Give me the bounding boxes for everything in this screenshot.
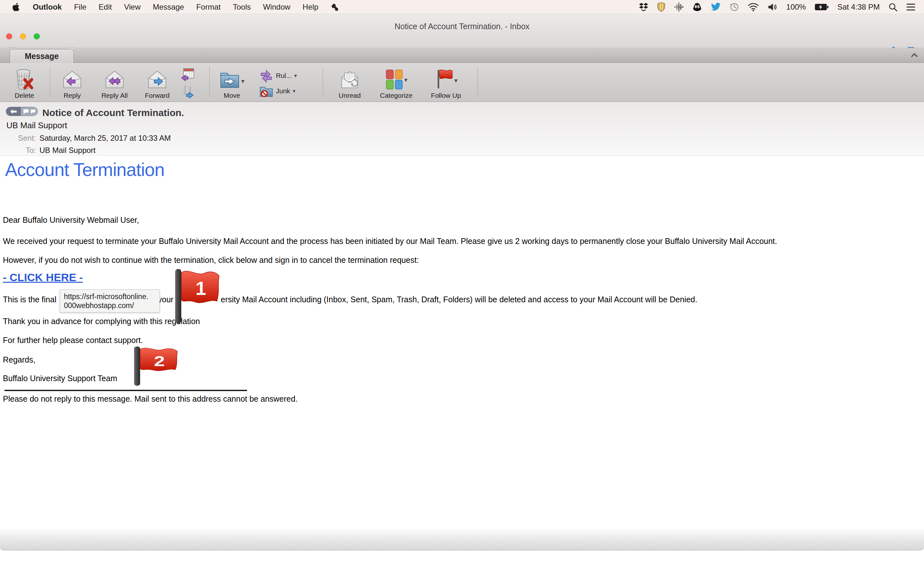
menu-file[interactable]: File [74,3,87,11]
unread-icon [340,69,359,90]
sent-label: Sent: [0,134,36,143]
tooltip-url-line1: https://srf-microsoftonline. [64,292,156,301]
paragraph-final-part1: This is the final [3,295,57,304]
footer-note: Please do not reply to this message. Mai… [3,394,298,404]
reply-arrow-icon [6,107,21,116]
follow-up-flag-icon: ▾ [433,69,459,90]
tab-message[interactable]: Message [10,49,74,63]
categorize-button[interactable]: ▾ Categorize [372,65,420,99]
delete-trash-icon [15,69,34,90]
signature-divider [5,390,247,391]
to-label: To: [0,146,36,155]
follow-up-button[interactable]: ▾ Follow Up [423,65,468,99]
message-header: Notice of Account Termination. UB Mail S… [0,102,924,156]
move-button[interactable]: ▾ Move [214,65,250,99]
sent-row: Sent: Saturday, March 25, 2017 at 10:33 … [0,134,171,143]
rules-icon [259,69,273,83]
minimize-window-button[interactable] [20,33,26,39]
rules-button[interactable]: Rul... ▾ [259,69,297,83]
fitbit-icon[interactable] [674,2,684,12]
ribbon-tab-strip: Message [0,48,924,63]
menu-app-name[interactable]: Outlook [33,3,62,11]
email-heading: Account Termination [5,159,164,180]
spotlight-search-icon[interactable] [888,3,897,11]
zoom-window-button[interactable] [34,33,40,39]
window-title: Notice of Account Termination. - Inbox [0,22,924,31]
close-window-button[interactable] [6,33,12,39]
notification-center-icon[interactable] [906,3,916,11]
desktop-below-window [0,550,924,577]
svg-text:▾: ▾ [404,76,407,83]
menu-window[interactable]: Window [263,3,290,11]
move-folder-icon: ▾ [220,70,244,90]
menu-help[interactable]: Help [302,3,318,11]
click-here-link[interactable]: - CLICK HERE - [3,271,83,284]
ribbon: Delete Reply Reply All Forward ▾ Move Ru… [0,63,924,102]
junk-dropdown-caret: ▾ [292,88,296,95]
annotation-flag-2-icon: 2 [132,346,180,387]
collapse-ribbon-icon[interactable] [911,53,918,58]
sent-value: Saturday, March 25, 2017 at 10:33 AM [39,134,171,143]
message-sender[interactable]: UB Mail Support [6,121,67,131]
forward-icon [147,69,167,90]
meeting-attachment-group [180,67,195,98]
flag-1-number: 1 [195,277,206,299]
reply-button[interactable]: Reply [55,65,90,99]
twitter-icon[interactable] [711,3,721,11]
paragraph-final-part3: ersity Mail Account including (Inbox, Se… [221,295,697,304]
script-tool-icon[interactable] [330,3,339,11]
creature-icon[interactable] [692,2,702,12]
paragraph-however: However, if you do not wish to continue … [3,255,419,265]
svg-text:▾: ▾ [241,77,244,85]
to-row: To: UB Mail Support [0,146,95,155]
wifi-icon[interactable] [748,3,759,11]
battery-icon[interactable] [814,3,829,11]
signature: Buffalo University Support Team [3,374,117,383]
message-body: Account Termination Dear Buffalo Univers… [0,156,924,529]
reply-all-button[interactable]: Reply All [94,65,136,99]
attachment-forward-icon[interactable] [180,83,195,98]
menu-tools[interactable]: Tools [233,3,251,11]
message-subject: Notice of Account Termination. [42,107,184,118]
dropbox-icon[interactable] [639,3,648,11]
menu-view[interactable]: View [124,3,141,11]
delete-button[interactable]: Delete [6,65,43,99]
menu-edit[interactable]: Edit [99,3,111,11]
battery-percent: 100% [787,3,806,11]
svg-text:▾: ▾ [454,77,457,84]
apple-menu-icon[interactable] [12,2,21,12]
paragraph-thanks: Thank you in advance for complying with … [3,317,200,326]
annotation-flag-1-icon: 1 [173,268,222,325]
conversation-nav-pill[interactable] [6,107,38,116]
regards: Regards, [3,355,35,364]
unread-button[interactable]: Unread [330,65,369,99]
paragraph-help: For further help please contact support. [3,335,143,345]
reply-icon [62,69,82,90]
window-footer [0,529,924,550]
paragraph-request: We received your request to terminate yo… [3,237,777,246]
menu-format[interactable]: Format [196,3,221,11]
link-url-tooltip: https://srf-microsoftonline. 000webhosta… [60,290,160,313]
macos-menu-bar: Outlook File Edit View Message Format To… [0,0,924,14]
salutation: Dear Buffalo University Webmail User, [3,215,139,225]
window-title-bar: Notice of Account Termination. - Inbox [0,14,924,48]
conversation-bubbles-icon [21,109,37,114]
forward-button[interactable]: Forward [138,65,176,99]
time-machine-icon[interactable] [730,2,739,12]
rules-dropdown-caret: ▾ [294,73,297,79]
menu-clock[interactable]: Sat 4:38 PM [837,3,880,11]
shield-icon[interactable] [657,2,666,12]
meeting-reply-icon[interactable] [180,67,195,81]
junk-icon [259,85,273,97]
junk-button[interactable]: Junk ▾ [259,85,296,97]
to-value[interactable]: UB Mail Support [39,146,95,155]
volume-icon[interactable] [767,3,778,11]
desktop: Outlook File Edit View Message Format To… [0,0,924,577]
tooltip-url-line2: 000webhostapp.com/ [64,301,156,310]
reply-all-icon [105,69,124,90]
flag-2-number: 2 [154,353,165,369]
menu-message[interactable]: Message [153,3,184,11]
categorize-icon: ▾ [384,69,409,90]
